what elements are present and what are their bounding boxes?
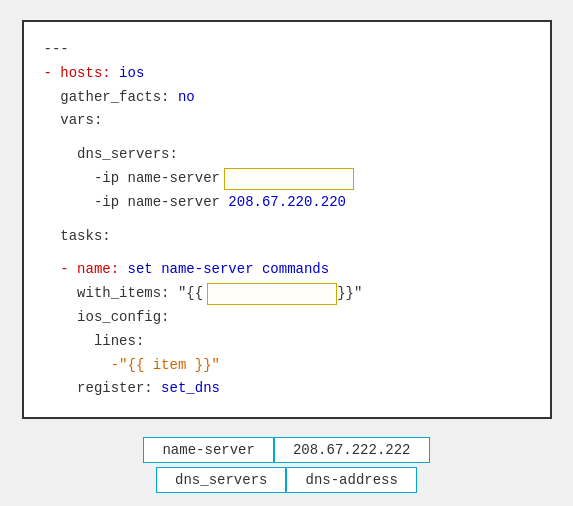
code-block: --- - hosts: ios gather_facts: no vars: … (22, 20, 552, 419)
code-line-17: register: set_dns (44, 377, 530, 401)
code-line-12: - name: set name-server commands (44, 258, 530, 282)
table-cell-2-2: dns-address (286, 467, 416, 493)
code-line-10: tasks: (44, 225, 530, 249)
code-line-13: with_items: "{{}}" (44, 282, 530, 306)
code-line-6: dns_servers: (44, 143, 530, 167)
variable-table: name-server 208.67.222.222 dns_servers d… (143, 437, 429, 493)
code-line-4: vars: (44, 109, 530, 133)
table-row-1: name-server 208.67.222.222 (143, 437, 429, 463)
ip-input-1[interactable] (224, 168, 354, 190)
code-line-14: ios_config: (44, 306, 530, 330)
with-items-input[interactable] (207, 283, 337, 305)
code-line-2: - hosts: ios (44, 62, 530, 86)
code-line-8: -ip name-server 208.67.220.220 (44, 191, 530, 215)
code-line-16: -"{{ item }}" (44, 354, 530, 378)
table-cell-2-1: dns_servers (156, 467, 286, 493)
table-row-2: dns_servers dns-address (156, 467, 417, 493)
code-line-7: -ip name-server (44, 167, 530, 191)
code-line-15: lines: (44, 330, 530, 354)
code-line-1: --- (44, 38, 530, 62)
table-cell-1-1: name-server (143, 437, 273, 463)
code-line-3: gather_facts: no (44, 86, 530, 110)
table-cell-1-2: 208.67.222.222 (274, 437, 430, 463)
